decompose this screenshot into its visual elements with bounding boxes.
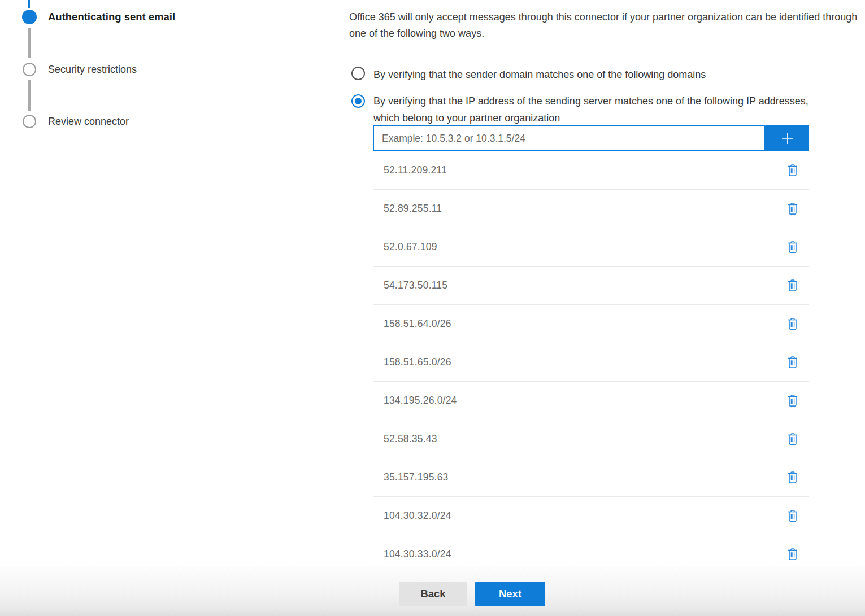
trash-icon	[787, 241, 798, 254]
trash-icon	[787, 203, 798, 215]
radio-ip-address[interactable]	[351, 94, 365, 108]
trash-icon	[787, 471, 798, 484]
ip-address-value: 52.89.255.11	[384, 203, 442, 215]
ip-address-value: 52.11.209.211	[384, 164, 447, 176]
delete-ip-button[interactable]	[786, 278, 799, 293]
step-indicator-review-connector	[23, 115, 36, 128]
connector-wizard-page: Authenticating sent email Security restr…	[0, 0, 865, 566]
delete-ip-button[interactable]	[786, 547, 799, 562]
ip-list-item: 54.173.50.115	[373, 267, 809, 305]
trash-icon	[787, 356, 798, 369]
ip-address-value: 52.0.67.109	[384, 241, 437, 253]
step-label-review-connector: Review connector	[48, 116, 129, 128]
ip-address-value: 158.51.64.0/26	[384, 318, 451, 330]
trash-icon	[787, 433, 798, 445]
ip-address-value: 134.195.26.0/24	[384, 395, 457, 407]
ip-list-item: 158.51.65.0/26	[373, 343, 809, 382]
ip-list-item: 134.195.26.0/24	[373, 382, 809, 420]
trash-icon	[787, 318, 798, 330]
ip-list-item: 52.0.67.109	[373, 228, 809, 267]
step-rail-completed-segment	[28, 0, 30, 8]
delete-ip-button[interactable]	[786, 317, 799, 331]
radio-sender-domain-label[interactable]: By verifying that the sender domain matc…	[373, 67, 706, 84]
sidebar-content-divider	[308, 0, 308, 566]
ip-address-value: 158.51.65.0/26	[384, 356, 451, 368]
delete-ip-button[interactable]	[786, 355, 799, 370]
delete-ip-button[interactable]	[786, 240, 799, 255]
step-indicator-authenticating-sent-email	[22, 10, 37, 24]
trash-icon	[787, 164, 798, 177]
delete-ip-button[interactable]	[786, 163, 799, 178]
ip-list-item: 158.51.64.0/26	[373, 305, 809, 343]
ip-list-item: 52.58.35.43	[373, 420, 809, 458]
step-rail-segment	[28, 80, 31, 111]
trash-icon	[787, 510, 798, 522]
ip-address-value: 104.30.32.0/24	[384, 510, 451, 522]
page-description: Office 365 will only accept messages thr…	[349, 9, 862, 42]
delete-ip-button[interactable]	[786, 509, 799, 523]
trash-icon	[787, 279, 798, 292]
wizard-footer: Back Next	[0, 566, 865, 616]
radio-ip-address-label[interactable]: By verifying that the IP address of the …	[373, 93, 834, 126]
next-button[interactable]: Next	[475, 582, 545, 606]
ip-list-item: 104.30.32.0/24	[373, 497, 809, 535]
delete-ip-button[interactable]	[786, 432, 799, 447]
ip-address-value: 104.30.33.0/24	[384, 548, 451, 560]
radio-sender-domain[interactable]	[351, 67, 365, 80]
delete-ip-button[interactable]	[786, 470, 799, 485]
step-indicator-security-restrictions	[23, 63, 36, 76]
ip-address-value: 54.173.50.115	[384, 279, 447, 291]
radio-selected-dot	[355, 98, 362, 104]
ip-address-list: 52.11.209.211 52.89.255.11	[373, 151, 809, 574]
ip-list-item: 52.11.209.211	[373, 151, 809, 190]
delete-ip-button[interactable]	[786, 394, 799, 408]
trash-icon	[787, 395, 798, 407]
step-rail-segment	[28, 28, 31, 58]
trash-icon	[787, 548, 798, 561]
ip-list-item: 35.157.195.63	[373, 458, 809, 497]
step-label-security-restrictions: Security restrictions	[48, 64, 137, 76]
ip-address-value: 35.157.195.63	[384, 471, 449, 483]
back-button[interactable]: Back	[399, 582, 467, 606]
delete-ip-button[interactable]	[786, 202, 799, 216]
plus-icon	[779, 129, 797, 147]
ip-address-input[interactable]	[373, 125, 766, 151]
add-ip-button[interactable]	[766, 125, 809, 151]
ip-list-item: 52.89.255.11	[373, 190, 809, 228]
step-label-authenticating-sent-email: Authenticating sent email	[48, 11, 175, 23]
ip-address-value: 52.58.35.43	[384, 433, 437, 445]
